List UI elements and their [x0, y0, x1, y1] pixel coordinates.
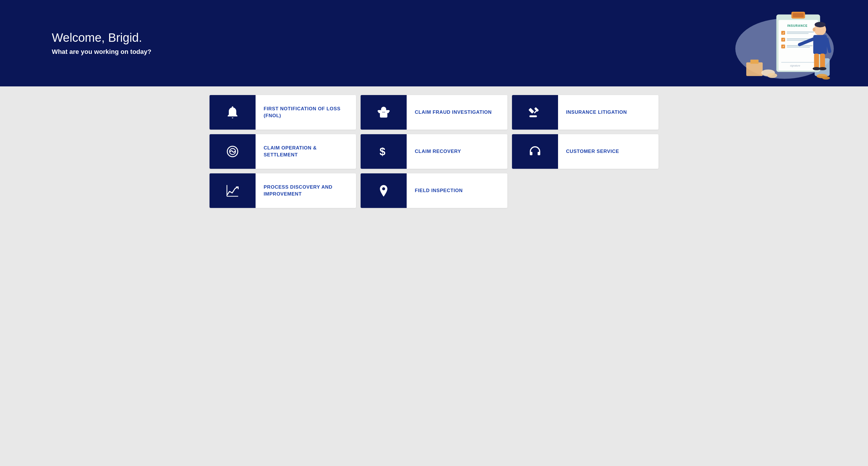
svg-rect-45 — [529, 115, 537, 117]
dollar-icon: $ — [361, 134, 407, 169]
card-label-process: PROCESS DISCOVERY AND IMPROVEMENT — [255, 173, 356, 208]
svg-text:INSURANCE: INSURANCE — [787, 24, 808, 27]
cards-grid: FIRST NOTIFICATION OF LOSS (FNOL) CLAIM … — [210, 95, 658, 208]
card-label-claim-ops: CLAIM OPERATION & SETTLEMENT — [255, 134, 356, 169]
svg-rect-38 — [380, 112, 388, 117]
card-customer-service[interactable]: CUSTOMER SERVICE — [512, 134, 658, 169]
svg-rect-10 — [793, 13, 804, 17]
card-label-litigation: INSURANCE LITIGATION — [558, 95, 658, 129]
card-fraud[interactable]: CLAIM FRAUD INVESTIGATION — [361, 95, 507, 129]
svg-point-36 — [813, 28, 816, 31]
header-illustration: INSURANCE ✓ ✓ ✓ signature — [724, 0, 845, 86]
card-claim-ops[interactable]: CLAIM OPERATION & SETTLEMENT — [210, 134, 356, 169]
card-label-field: FIELD INSPECTION — [407, 173, 507, 208]
gavel-icon — [512, 95, 558, 129]
svg-point-4 — [767, 73, 777, 78]
location-icon — [361, 173, 407, 208]
card-recovery[interactable]: $ CLAIM RECOVERY — [361, 134, 507, 169]
card-field[interactable]: FIELD INSPECTION — [361, 173, 507, 208]
bell-icon — [210, 95, 255, 129]
handshake-icon — [210, 134, 255, 169]
svg-text:$: $ — [380, 146, 385, 157]
svg-text:signature: signature — [790, 64, 800, 67]
welcome-subtitle: What are you working on today? — [52, 48, 151, 56]
header-text: Welcome, Brigid. What are you working on… — [52, 31, 151, 56]
card-label-customer-service: CUSTOMER SERVICE — [558, 134, 658, 169]
card-litigation[interactable]: INSURANCE LITIGATION — [512, 95, 658, 129]
main-content: FIRST NOTIFICATION OF LOSS (FNOL) CLAIM … — [204, 86, 664, 225]
insurance-illustration: INSURANCE ✓ ✓ ✓ signature — [730, 3, 839, 84]
headset-icon — [512, 134, 558, 169]
svg-rect-43 — [378, 110, 390, 112]
detective-icon — [361, 95, 407, 129]
svg-text:✓: ✓ — [782, 31, 784, 34]
card-process[interactable]: PROCESS DISCOVERY AND IMPROVEMENT — [210, 173, 356, 208]
svg-text:✓: ✓ — [782, 38, 784, 41]
card-empty — [512, 173, 658, 208]
svg-text:✓: ✓ — [782, 45, 784, 48]
svg-rect-24 — [787, 47, 810, 48]
svg-rect-15 — [787, 31, 814, 33]
svg-rect-33 — [820, 54, 825, 68]
svg-rect-29 — [813, 35, 827, 54]
card-label-fraud: CLAIM FRAUD INVESTIGATION — [407, 95, 507, 129]
card-fnol[interactable]: FIRST NOTIFICATION OF LOSS (FNOL) — [210, 95, 356, 129]
card-label-recovery: CLAIM RECOVERY — [407, 134, 507, 169]
svg-rect-44 — [528, 108, 534, 114]
card-label-fnol: FIRST NOTIFICATION OF LOSS (FNOL) — [255, 95, 356, 129]
svg-rect-16 — [787, 33, 809, 34]
svg-point-7 — [822, 76, 830, 80]
svg-rect-20 — [787, 40, 806, 41]
svg-rect-32 — [814, 54, 819, 68]
chart-icon — [210, 173, 255, 208]
svg-point-35 — [819, 67, 827, 70]
svg-point-28 — [815, 22, 826, 27]
header: Welcome, Brigid. What are you working on… — [0, 0, 868, 86]
welcome-title: Welcome, Brigid. — [52, 31, 151, 45]
svg-rect-1 — [746, 62, 763, 76]
svg-rect-2 — [750, 60, 758, 64]
